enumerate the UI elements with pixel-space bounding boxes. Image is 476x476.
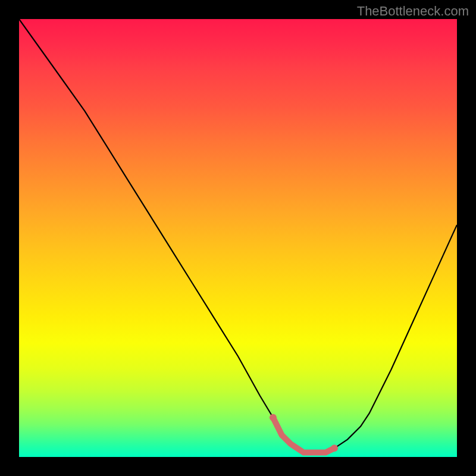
bottleneck-curve (19, 19, 457, 453)
highlight-segment (273, 418, 334, 453)
plot-area (19, 19, 457, 457)
highlight-dot-left (270, 414, 277, 421)
chart-svg (19, 19, 457, 457)
highlight-dot-right (331, 444, 338, 452)
watermark-text: TheBottleneck.com (357, 4, 469, 19)
